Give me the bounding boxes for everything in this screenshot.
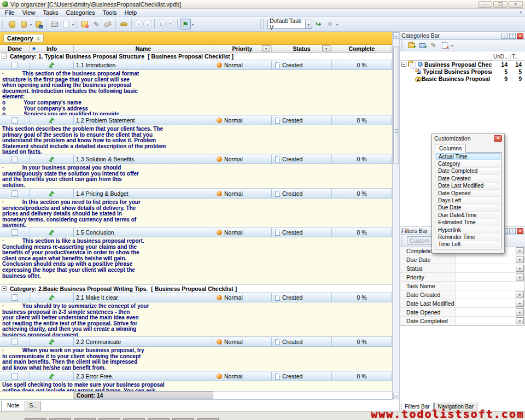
column-list-item[interactable]: Reminder Time [436,234,500,241]
filter-dropdown-button[interactable]: ▼ [516,265,524,272]
panel-close-icon[interactable]: × [517,33,523,39]
move-up-button[interactable]: ▴ [143,20,152,28]
panel-close-icon[interactable]: × [517,228,523,234]
minimize-button[interactable]: — [478,1,492,8]
task-name[interactable]: 2.3 Error Free. [74,372,213,381]
column-list-item[interactable]: Actual Time [436,153,500,160]
column-list-item[interactable]: Estimated Time [436,219,500,226]
task-row[interactable]: 1.5 Conclusion Normal Created 0 % [0,228,392,237]
filter-value[interactable] [456,317,515,325]
group-by-chip[interactable]: Category △ [3,34,44,43]
column-list-item[interactable]: Date Last Modified [436,183,500,190]
categories-total-column[interactable]: T... [511,54,525,60]
task-checkbox[interactable] [11,117,18,124]
filter-label[interactable]: Date Created [400,290,456,299]
print-button[interactable] [49,19,60,30]
filter-dropdown-button[interactable]: ▼ [516,291,524,298]
filter-label[interactable]: Priority [400,273,456,281]
scrollbar-thumb[interactable] [393,46,399,164]
new-task-button[interactable] [79,19,90,30]
task-checkbox[interactable] [11,294,18,301]
task-checkbox[interactable] [11,373,18,380]
print-preview-button[interactable] [60,19,71,30]
tab-note[interactable]: Note [1,401,25,411]
menu-help[interactable]: Help [120,9,141,16]
task-checkbox[interactable] [11,190,18,197]
move-bottom-button[interactable]: ⇊ [157,20,166,28]
category-tree-row[interactable]: 2.Basic Business Proposal Wri 9 9 [400,75,525,82]
filter-label[interactable]: Status [400,264,456,272]
task-name[interactable]: 2.1 Make it clear [74,293,213,302]
column-complete[interactable]: Complete [332,45,392,52]
print-dropdown-icon[interactable]: ▾ [72,22,74,26]
delete-category-button[interactable]: × [440,41,449,50]
task-row[interactable]: 2.1 Make it clear Normal Created 0 % [0,293,392,302]
task-name[interactable]: 2.2 Communicate [74,337,213,346]
filter-value[interactable] [456,264,515,272]
column-list-item[interactable]: Date Opened [436,190,500,197]
panel-pin-icon[interactable]: ⊤ [509,33,516,39]
filter-label[interactable]: Date Completed [400,317,456,325]
category-tree-row[interactable]: 1. Typical Business Proposal S 5 5 [400,68,525,75]
open-database-dropdown-icon[interactable]: ▾ [30,22,32,26]
filter-label[interactable]: Date Opened [400,308,456,316]
filter-dropdown-button[interactable]: ▼ [516,308,524,316]
view-dropdown-icon[interactable]: ▾ [336,22,338,26]
save-database-button[interactable] [33,19,44,30]
filter-value[interactable] [456,299,515,307]
filter-value[interactable] [456,273,515,281]
panel-pin-icon[interactable]: ⊤ [509,228,516,234]
task-name[interactable]: 1.3 Solution & Benefits. [74,155,213,164]
column-list-item[interactable]: Days Left [436,197,500,204]
task-row[interactable]: 1.3 Solution & Benefits. Normal Created … [0,154,392,164]
filter-dropdown-button[interactable]: ▼ [516,247,524,254]
dialog-close-button[interactable]: × [494,135,502,142]
task-name[interactable]: 1.2 Problem Statement [74,116,213,125]
filter-value[interactable] [456,308,515,316]
filter-dropdown-button[interactable]: ▼ [516,273,524,281]
filter-value[interactable] [456,255,515,264]
column-list-item[interactable]: Hyperlink [436,226,500,234]
flag-view-button[interactable]: ⚑ [180,19,191,30]
collapse-icon[interactable] [2,54,7,59]
filter-dropdown-button[interactable]: ▼ [516,317,524,324]
task-checkbox[interactable] [11,339,18,345]
apply-view-button[interactable]: ↪ [313,19,324,30]
scroll-down-icon[interactable]: ▾ [393,393,399,399]
move-down-button[interactable]: ▾ [134,20,143,28]
task-row[interactable]: 2.3 Error Free. Normal Created 0 % [0,371,392,381]
new-category-button[interactable]: + [407,41,416,50]
task-row[interactable]: 1.1 Introduction Normal Created 0 % [0,60,392,70]
view-notes-button[interactable] [118,19,129,30]
task-row[interactable]: 2.2 Communicate Normal Created 0 % [0,337,392,347]
filter-dropdown-button[interactable]: ▼ [516,256,524,263]
group-header-row[interactable]: Category: 2.Basic Business Proposal Writ… [0,285,392,293]
filter-value[interactable] [456,290,515,299]
column-done[interactable]: Done [0,45,30,52]
task-row[interactable]: 1.4 Pricing & Budget Normal Created 0 % [0,189,392,199]
menu-view[interactable]: View [19,9,39,16]
column-list-item[interactable]: Due Date&Time [436,212,500,219]
categories-name-column[interactable] [400,54,492,60]
task-name[interactable]: 1.5 Conclusion [74,228,213,237]
tab-s[interactable]: S... [26,401,41,411]
customization-title-bar[interactable]: Customization × [432,133,504,143]
menu-tools[interactable]: Tools [99,9,121,16]
tab-columns[interactable]: Columns [435,144,466,153]
clear-view-button[interactable]: × [324,19,335,30]
close-button[interactable]: × [509,1,523,8]
column-list-item[interactable]: Date Completed [436,168,500,175]
menu-file[interactable]: File [1,9,19,16]
flag-dropdown-icon[interactable]: ▾ [192,22,194,26]
status-filter-button[interactable]: ▼ [322,45,330,51]
edit-category-button[interactable]: ✎ [429,41,438,50]
selected-category[interactable]: Business Proposal Checklist [411,61,492,68]
task-name[interactable]: 1.4 Pricing & Budget [74,189,213,198]
filter-value[interactable] [456,282,524,290]
menu-tasks[interactable]: Tasks [39,9,62,16]
menubar-overflow-icon[interactable]: ▾ [520,10,524,15]
move-top-button[interactable]: ⇈ [166,20,175,28]
column-priority[interactable]: Priority ▼ [213,45,272,52]
column-list-item[interactable]: Time Left [436,241,500,248]
filter-label[interactable]: Date Last Modified [400,299,456,307]
